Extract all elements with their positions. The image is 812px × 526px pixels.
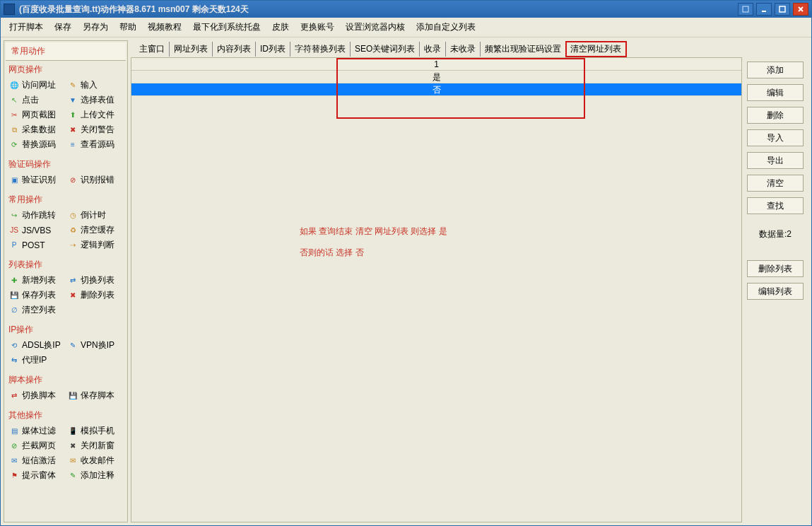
menu-item-6[interactable]: 皮肤 [269, 20, 292, 35]
sidebar: 常用动作 网页操作🌐访问网址✎输入↖点击▼选择表值✂网页截图⬆上传文件⧉采集数据… [4, 40, 128, 522]
action-label: 保存列表 [22, 289, 56, 301]
action-note[interactable]: ✎添加注释 [67, 469, 123, 482]
vpn-icon: ✎ [67, 340, 78, 351]
right-button-3[interactable]: 导入 [747, 129, 804, 146]
action-sms[interactable]: ✉短信激活 [8, 454, 64, 467]
action-label: 代理IP [22, 354, 47, 366]
right-button-1[interactable]: 编辑 [747, 84, 804, 101]
tab-4[interactable]: 字符替换列表 [290, 42, 351, 57]
action-switch-script[interactable]: ⇄切换脚本 [8, 389, 64, 402]
menu-item-4[interactable]: 视频教程 [145, 20, 184, 35]
tab-0[interactable]: 主窗口 [135, 42, 170, 57]
alert-icon: ⚑ [8, 470, 20, 481]
action-label: 识别报错 [81, 174, 114, 186]
action-media[interactable]: ▤媒体过滤 [8, 424, 64, 438]
menu-item-2[interactable]: 另存为 [80, 20, 111, 35]
action-jump[interactable]: ↪动作跳转 [8, 209, 64, 222]
globe-icon: 🌐 [8, 80, 20, 91]
action-code[interactable]: ⟳替换源码 [8, 138, 64, 151]
error-icon: ⊘ [67, 175, 78, 186]
action-save-script[interactable]: 💾保存脚本 [67, 389, 123, 402]
close-window-icon: ✖ [67, 440, 78, 452]
action-delete-list[interactable]: ✖删除列表 [67, 288, 123, 302]
action-globe[interactable]: 🌐访问网址 [8, 78, 64, 92]
action-proxy[interactable]: ⇆代理IP [8, 353, 64, 367]
right-button-4[interactable]: 导出 [747, 152, 804, 169]
menu-item-7[interactable]: 更换账号 [298, 20, 337, 35]
tab-6[interactable]: 收录 [420, 42, 446, 57]
action-adsl[interactable]: ⟲ADSL换IP [8, 339, 64, 352]
action-label: 媒体过滤 [22, 425, 56, 437]
minimize-button[interactable] [756, 3, 772, 16]
action-close-window[interactable]: ✖关闭新窗 [67, 439, 123, 452]
action-click[interactable]: ↖点击 [8, 93, 64, 107]
help-text: 如果 查询结束 清空 网址列表 则选择 是 否则的话 选择 否 [300, 221, 447, 263]
switch-list-icon: ⇄ [67, 275, 78, 286]
action-pen[interactable]: ✎输入 [67, 78, 123, 92]
section-header-4: IP操作 [6, 321, 126, 337]
right-button2-0[interactable]: 删除列表 [747, 260, 804, 277]
tab-5[interactable]: SEO关键词列表 [351, 42, 420, 57]
action-label: 访问网址 [22, 79, 56, 91]
action-warn[interactable]: ✖关闭警告 [67, 123, 123, 136]
svg-rect-0 [743, 6, 748, 12]
table-row[interactable]: 是 [131, 71, 741, 83]
save-script-icon: 💾 [67, 390, 78, 402]
action-alert[interactable]: ⚑提示窗体 [8, 469, 64, 482]
action-gather[interactable]: ⧉采集数据 [8, 123, 64, 136]
action-label: 点击 [22, 94, 39, 106]
menu-item-0[interactable]: 打开脚本 [6, 20, 46, 35]
block-icon: ⊘ [8, 440, 20, 452]
tab-7[interactable]: 未收录 [446, 42, 481, 57]
action-html[interactable]: ≡查看源码 [67, 138, 123, 151]
right-button-0[interactable]: 添加 [747, 62, 804, 78]
action-mail[interactable]: ✉收发邮件 [67, 454, 123, 467]
action-block[interactable]: ⊘拦截网页 [8, 439, 64, 452]
action-select[interactable]: ▼选择表值 [67, 93, 123, 107]
action-new-list[interactable]: ✚新增列表 [8, 274, 64, 287]
extra-titlebar-button[interactable] [738, 3, 753, 16]
menu-item-1[interactable]: 保存 [52, 20, 74, 35]
action-save-list[interactable]: 💾保存列表 [8, 288, 64, 302]
action-upload[interactable]: ⬆上传文件 [67, 108, 123, 122]
action-label: VPN换IP [81, 339, 114, 351]
tab-1[interactable]: 网址列表 [170, 42, 213, 57]
table-row[interactable]: 否 [131, 83, 741, 96]
menu-item-9[interactable]: 添加自定义列表 [413, 20, 478, 35]
table-header[interactable]: 1 [131, 58, 741, 71]
right-button-2[interactable]: 删除 [747, 107, 804, 124]
tab-9[interactable]: 清空网址列表 [566, 42, 626, 57]
action-scissors[interactable]: ✂网页截图 [8, 108, 64, 122]
tab-8[interactable]: 频繁出现验证码设置 [481, 42, 566, 57]
right-button-6[interactable]: 查找 [747, 197, 804, 214]
action-js[interactable]: JSJS/VBS [8, 223, 64, 237]
maximize-button[interactable] [775, 3, 790, 16]
action-phone[interactable]: 📱模拟手机 [67, 424, 123, 438]
action-label: 新增列表 [22, 274, 56, 286]
action-error[interactable]: ⊘识别报错 [67, 173, 123, 187]
action-label: ADSL换IP [22, 339, 61, 351]
action-vpn[interactable]: ✎VPN换IP [67, 339, 123, 352]
right-button-5[interactable]: 清空 [747, 175, 804, 192]
tab-3[interactable]: ID列表 [256, 42, 290, 57]
action-clock[interactable]: ◷倒计时 [67, 209, 123, 222]
close-button[interactable] [793, 3, 808, 16]
action-cache[interactable]: ♻清空缓存 [67, 223, 123, 237]
right-button2-1[interactable]: 编辑列表 [747, 283, 804, 300]
upload-icon: ⬆ [67, 110, 78, 121]
menu-item-8[interactable]: 设置浏览器内核 [343, 20, 408, 35]
data-count-label: 数据量:2 [759, 228, 792, 240]
action-clear-list[interactable]: ∅清空列表 [8, 303, 64, 317]
action-post[interactable]: PPOST [8, 238, 64, 252]
sidebar-tab[interactable]: 常用动作 [6, 42, 126, 61]
action-label: 网页截图 [22, 109, 56, 121]
action-captcha[interactable]: ▣验证识别 [8, 173, 64, 187]
warn-icon: ✖ [67, 124, 78, 136]
tab-2[interactable]: 内容列表 [213, 42, 256, 57]
action-logic[interactable]: ⇢逻辑判断 [67, 238, 123, 252]
action-switch-list[interactable]: ⇄切换列表 [67, 274, 123, 287]
menu-item-5[interactable]: 最下化到系统托盘 [190, 20, 264, 35]
action-label: 动作跳转 [22, 209, 56, 221]
action-label: 模拟手机 [81, 425, 114, 437]
menu-item-3[interactable]: 帮助 [117, 20, 139, 35]
